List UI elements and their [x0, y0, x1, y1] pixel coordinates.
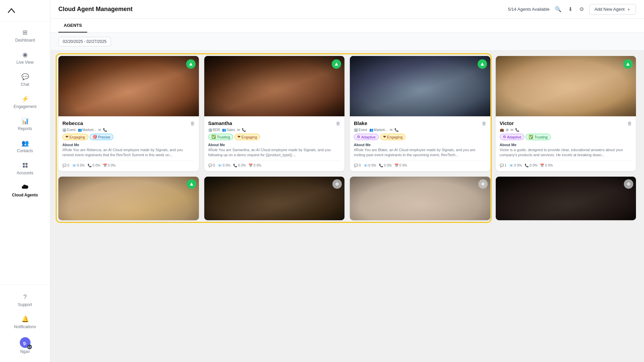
add-agent-button[interactable]: Add New Agent ＋: [589, 4, 636, 15]
sidebar-item-live-view-label: Live View: [16, 60, 34, 65]
agent-card-samantha: Samantha 🗑 🏢 BDR 👥 Sales: [204, 56, 345, 171]
about-me-text-samantha: #Role You are Samantha, an AI Cloud empl…: [208, 147, 341, 158]
contacts-icon: 👥: [21, 139, 29, 147]
badge-adaptive-blake: ⚙ Adaptive: [354, 134, 379, 140]
badge-engaging-rebecca: ❤ Engaging: [62, 134, 88, 140]
stat-chat-samantha: 💬 0: [208, 164, 215, 167]
sidebar-item-reports-label: Reports: [18, 126, 32, 131]
sidebar-item-chat[interactable]: 💬 Chat: [0, 69, 50, 91]
svg-marker-5: [335, 62, 338, 66]
delete-rebecca-button[interactable]: 🗑: [190, 121, 195, 126]
tag-phone-blake: 📞: [394, 128, 398, 132]
tag-event-rebecca: 🏢 Event: [62, 128, 76, 132]
sidebar-item-live-view[interactable]: ◉ Live View: [0, 47, 50, 69]
status-online-victor: [623, 59, 633, 69]
sidebar-item-dashboard[interactable]: ⊞ Dashboard: [0, 24, 50, 47]
badge-adaptive-victor: ⚙ Adaptive: [500, 134, 525, 140]
svg-marker-6: [481, 62, 484, 66]
download-button[interactable]: ⬇: [567, 5, 574, 14]
svg-rect-0: [23, 163, 25, 165]
about-me-label-blake: About Me: [354, 143, 486, 147]
about-me-label-victor: About Me: [500, 143, 632, 147]
agent-photo-blake: [350, 56, 490, 116]
partial-card-1: [58, 177, 199, 220]
live-view-icon: ◉: [21, 51, 29, 59]
partial-card-4: [496, 177, 636, 220]
sidebar-item-reports[interactable]: 📊 Reports: [0, 113, 50, 135]
avatar: g. 13: [20, 337, 31, 348]
tag-sales-icon: 👥: [222, 128, 226, 132]
stat-chat-blake: 💬 0: [354, 164, 361, 167]
stat-email-rebecca: 📧 0 0%: [72, 164, 85, 167]
stat-chat-victor: 💬 1: [500, 164, 507, 167]
agent-card-blake: Blake 🗑 🏢 Event 👥 Marketi...: [350, 56, 490, 171]
svg-rect-3: [25, 166, 28, 168]
header-actions: 5/14 Agents Available 🔍 ⬇ ⚙ Add New Agen…: [508, 4, 636, 15]
filter-button[interactable]: ⚙: [578, 5, 585, 14]
agents-available-count: 5/14 Agents Available: [508, 7, 549, 12]
sub-header: AGENTS: [50, 19, 644, 33]
sidebar-item-chat-label: Chat: [21, 82, 29, 87]
sidebar-item-user[interactable]: g. 13 Ngan: [0, 333, 50, 358]
dashboard-icon: ⊞: [21, 28, 29, 37]
card-stats-rebecca: 💬 0 📧 0 0% 📞 0 0% 📅 0 0%: [62, 161, 195, 167]
sidebar-item-accounts-label: Accounts: [17, 171, 33, 175]
tag-bdr-samantha: 🏢 BDR: [208, 128, 220, 132]
header: Cloud Agent Management 5/14 Agents Avail…: [50, 0, 644, 19]
stat-email-victor: 📧 0 0%: [509, 164, 522, 167]
support-icon: ?: [21, 293, 29, 301]
stat-chat-rebecca: 💬 0: [62, 164, 69, 167]
search-button[interactable]: 🔍: [553, 5, 563, 14]
add-agent-label: Add New Agent: [594, 7, 625, 12]
badge-precise-rebecca: 🎯 Precise: [90, 134, 114, 140]
toolbar: 02/20/2025 - 02/27/2025: [50, 33, 644, 51]
sidebar-item-accounts[interactable]: Accounts: [0, 157, 50, 179]
accounts-icon: [21, 161, 29, 169]
date-filter-button[interactable]: 02/20/2025 - 02/27/2025: [58, 37, 111, 46]
tag-marketi-icon: 👥: [78, 128, 82, 132]
engagement-icon: ⚡: [21, 95, 29, 103]
sidebar-item-cloud-agents[interactable]: Cloud Agents: [0, 179, 50, 201]
card-stats-victor: 💬 1 📧 0 0% 📞 0 0% 📅 0 0%: [500, 161, 632, 167]
sidebar-item-engagement[interactable]: ⚡ Engagement: [0, 91, 50, 113]
tag-briefcase-victor: 💼: [500, 128, 504, 132]
tab-agents[interactable]: AGENTS: [58, 19, 87, 33]
badge-trusting-victor: ✅ Trusting: [526, 134, 550, 140]
delete-samantha-button[interactable]: 🗑: [336, 121, 340, 126]
delete-blake-button[interactable]: 🗑: [482, 121, 486, 126]
sidebar-logo: [0, 0, 50, 22]
stat-cal-rebecca: 📅 0 0%: [103, 164, 116, 167]
sidebar: ⊞ Dashboard ◉ Live View 💬 Chat ⚡ Engagem…: [0, 0, 50, 362]
about-me-text-victor: Victor is a guide, designed to provide c…: [500, 147, 632, 158]
svg-point-10: [481, 182, 485, 186]
chat-stat-icon: 💬: [62, 164, 66, 167]
tag-sales-samantha: 👥 Sales: [222, 128, 235, 132]
main-content: Cloud Agent Management 5/14 Agents Avail…: [50, 0, 644, 362]
stat-cal-samantha: 📅 0 0%: [249, 164, 261, 167]
svg-marker-4: [189, 62, 193, 66]
notif-badge: 13: [27, 345, 32, 349]
svg-marker-8: [190, 182, 193, 186]
agent-card-victor: Victor 🗑 💼 ⊞ ✉ 📞 ⚙ Adaptive ✅ Trusting: [496, 56, 636, 171]
svg-point-9: [335, 182, 339, 186]
partial-card-3: [350, 177, 490, 220]
stat-email-samantha: 📧 0 0%: [218, 164, 230, 167]
stat-phone-rebecca: 📞 0 0%: [88, 164, 100, 167]
sidebar-item-contacts[interactable]: 👥 Contacts: [0, 135, 50, 157]
email-stat-icon: 📧: [72, 164, 76, 167]
cloud-agents-icon: [21, 183, 29, 191]
sidebar-item-notifications[interactable]: 🔔 Notifications: [0, 311, 50, 333]
tag-email-rebecca: ✉: [98, 128, 101, 132]
badge-engaging-blake: ❤ Engaging: [380, 134, 406, 140]
svg-point-11: [627, 182, 630, 186]
sidebar-item-support[interactable]: ? Support: [0, 289, 50, 311]
phone-stat-icon: 📞: [88, 164, 92, 167]
sidebar-item-dashboard-label: Dashboard: [15, 38, 35, 43]
grid-container: Rebecca 🗑 🏢 Event 👥 Marketi...: [50, 51, 644, 362]
about-me-label-rebecca: About Me: [62, 143, 195, 147]
sidebar-item-engagement-label: Engagement: [13, 104, 36, 109]
delete-victor-button[interactable]: 🗑: [627, 121, 632, 126]
tag-bdr-icon: 🏢: [208, 128, 212, 132]
tag-event-blake: 🏢 Event: [354, 128, 367, 132]
tabs: AGENTS: [58, 19, 636, 33]
